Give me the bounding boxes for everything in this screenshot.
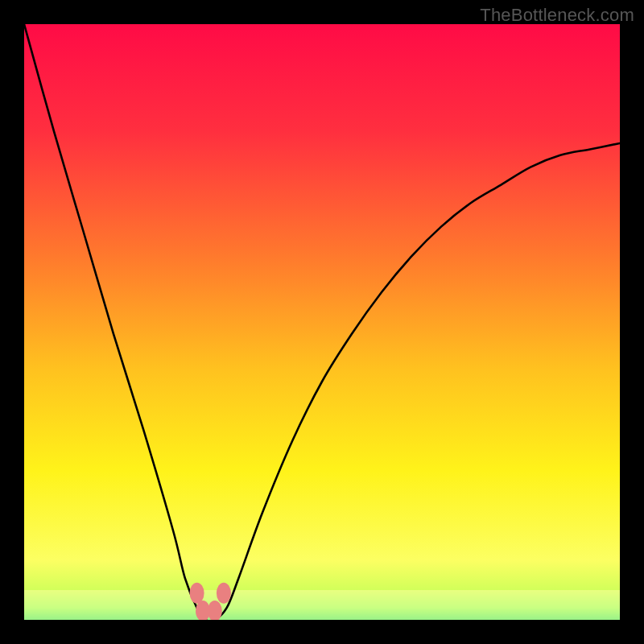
gradient-background (24, 24, 620, 620)
bottleneck-chart (24, 24, 620, 620)
watermark-label: TheBottleneck.com (480, 5, 634, 26)
chart-frame (24, 24, 620, 620)
good-zone-band (24, 590, 620, 620)
marker-d (217, 583, 231, 604)
marker-a (190, 583, 204, 604)
